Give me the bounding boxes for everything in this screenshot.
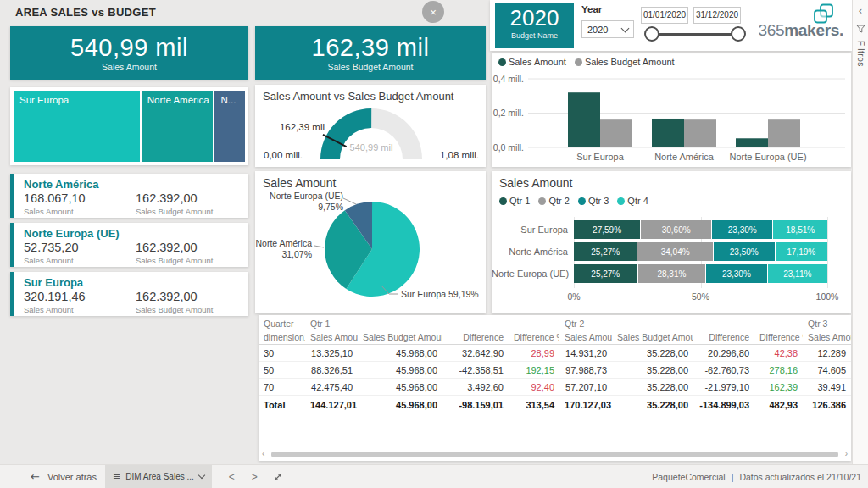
next-page-button[interactable]: > [252, 471, 258, 483]
status-updated-text: Datos actualizados el 21/10/21 [739, 472, 861, 482]
treemap-tile[interactable]: Sur Europa [14, 91, 140, 162]
area-card-value-label: Sales Budget Amount [136, 256, 213, 265]
page-tab[interactable]: ≡ DIM Area Sales ... [105, 465, 212, 488]
treemap-tile-label: Sur Europa [19, 95, 69, 105]
stacked-segment-label: 17,19% [787, 247, 815, 257]
table-total-row[interactable]: Total144.127,0145.968,00-98.159,01313,54… [259, 396, 851, 413]
stacked-segment[interactable]: 27,59% [574, 220, 641, 239]
area-card-value-label: Sales Amount [24, 305, 136, 314]
stacked-segment[interactable]: 30,60% [641, 220, 712, 239]
stacked-segment-label: 28,31% [657, 269, 686, 279]
365makers-logo: 365makers. [758, 21, 843, 40]
stacked-segment-label: 23,11% [783, 269, 811, 279]
bar[interactable] [736, 138, 768, 147]
pie-label-sur-europa: Sur Europa 59,19% [401, 289, 479, 300]
legend-label: Qtr 2 [548, 196, 569, 206]
table-cell: 28,99 [509, 345, 559, 362]
stacked-segment-label: 25,27% [591, 269, 620, 279]
table-column-header: Difference [693, 330, 754, 345]
close-button[interactable]: × [422, 1, 444, 23]
pie-label-norte-europa: Norte Europa (UE) 9,75% [270, 191, 343, 213]
stacked-segment-label: 18,51% [786, 225, 815, 235]
stacked-segment[interactable]: 23,30% [712, 220, 773, 239]
table-cell: 162,39 [754, 379, 803, 396]
stacked-x-tick-label: 50% [692, 291, 709, 302]
stacked-bar-row: 27,59%30,60%23,30%18,51% [574, 220, 827, 239]
expand-button[interactable] [273, 472, 283, 482]
table-column-header: Sales Budget Amount [612, 330, 693, 345]
treemap-tile[interactable]: N... [214, 91, 245, 162]
table-row[interactable]: 3013.325,1045.968,0032.642,9028,9914.931… [259, 345, 851, 362]
stacked-segment[interactable]: 23,30% [706, 264, 767, 283]
table-cell: 278,16 [754, 362, 803, 379]
kpi-label: Sales Amount [102, 62, 157, 72]
table-column-header: Difference [442, 330, 509, 345]
table-horizontal-scrollbar[interactable]: ‹ › [259, 451, 851, 458]
stacked-x-tick-label: 0% [567, 291, 580, 302]
stacked-segment[interactable]: 25,27% [574, 264, 638, 283]
pie-title: Sales Amount [263, 176, 336, 190]
date-end-input[interactable]: 31/12/2020 [693, 7, 741, 24]
bar[interactable] [652, 119, 684, 147]
prev-page-button[interactable]: < [229, 471, 235, 483]
area-card-title: Sur Europa [24, 276, 248, 289]
stacked-segment[interactable]: 23,50% [714, 242, 776, 261]
date-slider-track[interactable] [651, 33, 737, 36]
back-button[interactable]: ← Volver atrás [31, 470, 97, 483]
scroll-right-icon[interactable]: › [845, 449, 848, 458]
stacked-segment[interactable]: 25,27% [574, 242, 637, 261]
logo-prefix: 365 [758, 21, 784, 39]
area-card-value: 52.735,20 [24, 241, 136, 254]
budget-name-tile: 2020 Budget Name [495, 3, 574, 48]
date-start-input[interactable]: 01/01/2020 [641, 7, 688, 24]
expand-icon [273, 472, 283, 482]
table-cell: 70 [259, 379, 305, 396]
table-cell: 3.492,60 [442, 379, 509, 396]
filter-funnel-icon[interactable] [856, 25, 865, 33]
area-card-title: Norte América [24, 178, 248, 191]
table-cell: 88.326,51 [305, 362, 358, 379]
stacked-segment[interactable]: 28,31% [638, 264, 707, 283]
table-group-header: Qtr 1 [305, 317, 559, 330]
filters-pane-label: Filtros [856, 41, 865, 67]
stacked-segment[interactable]: 34,04% [637, 242, 714, 261]
date-slider-handle-left[interactable] [644, 26, 659, 42]
stacked-chart-plot: 27,59%30,60%23,30%18,51%25,27%34,04%23,5… [574, 220, 827, 286]
bar[interactable] [600, 119, 632, 147]
filters-pane-collapsed: ‹ Filtros [852, 0, 868, 464]
table-cell: 13.325,10 [305, 345, 358, 362]
bar[interactable] [768, 119, 800, 147]
date-slider-handle-right[interactable] [731, 26, 746, 42]
year-dropdown[interactable]: 2020 [581, 20, 634, 38]
treemap-tile-label: N... [220, 95, 236, 105]
bar[interactable] [568, 92, 600, 147]
stacked-segment[interactable]: 23,11% [768, 264, 827, 283]
table-row[interactable]: 7042.475,4045.968,003.492,6092,4057.207,… [259, 379, 851, 396]
stacked-segment[interactable]: 17,19% [776, 242, 827, 261]
scrollbar-thumb[interactable] [271, 452, 838, 458]
gauge-min-label: 0,00 mill. [264, 150, 303, 160]
legend-label: Sales Amount [509, 57, 566, 67]
stacked-segment[interactable]: 18,51% [773, 220, 827, 239]
stacked-chart-categories: Sur EuropaNorte AméricaNorte Europa (UE) [492, 220, 568, 286]
pie-label-pct: 31,07% [281, 249, 312, 259]
filters-expand-icon[interactable]: ‹ [859, 5, 863, 17]
table-cell: 35.228,00 [612, 345, 693, 362]
area-card-value: 162.392,00 [136, 290, 198, 303]
table-cell: 45.968,00 [358, 362, 442, 379]
pie-callout-line [314, 246, 324, 247]
table-cell: 57.207,10 [559, 379, 612, 396]
year-slicer-label: Year [581, 4, 602, 14]
treemap-tile[interactable]: Norte América [142, 91, 214, 162]
table-row[interactable]: 5088.326,5145.968,00-42.358,51192,1597.9… [259, 362, 851, 379]
close-icon: × [430, 6, 437, 19]
area-card-labels: Sales AmountSales Budget Amount [24, 304, 248, 314]
table-cell: 74.605 [803, 362, 851, 379]
area-card-labels: Sales AmountSales Budget Amount [24, 206, 248, 216]
bar[interactable] [684, 119, 716, 147]
legend-swatch [538, 197, 546, 205]
table-column-header: Sales Amount [559, 330, 612, 345]
legend-item: Qtr 3 [578, 196, 609, 206]
table-cell: 192,15 [509, 362, 559, 379]
scroll-left-icon[interactable]: ‹ [262, 449, 264, 458]
